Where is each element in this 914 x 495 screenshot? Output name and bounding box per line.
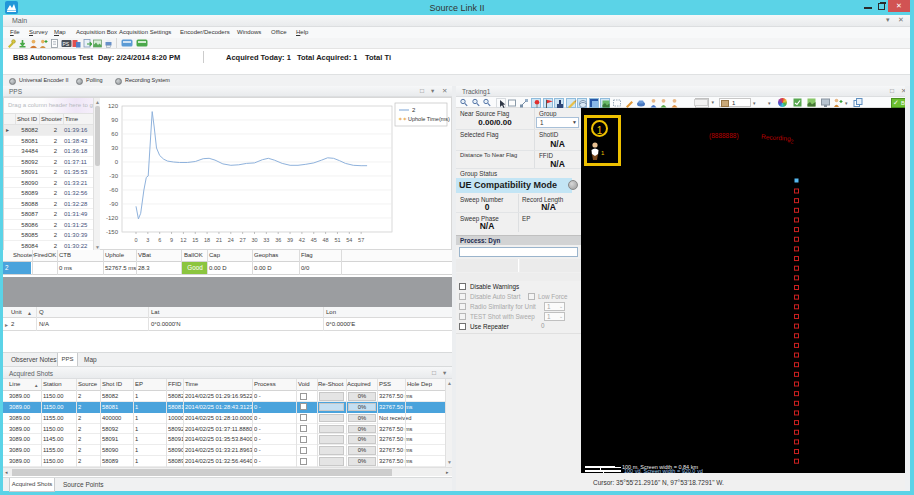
svg-text:Uphole Time(ms): Uphole Time(ms): [408, 116, 450, 122]
svg-text:18: 18: [204, 237, 210, 243]
svg-text:0: 0: [115, 159, 119, 165]
svg-text:33: 33: [263, 237, 269, 243]
svg-text:-30: -30: [109, 173, 118, 179]
svg-text:-150: -150: [106, 229, 119, 235]
svg-text:24: 24: [228, 237, 234, 243]
svg-text:45: 45: [311, 237, 317, 243]
svg-text:51: 51: [334, 237, 340, 243]
svg-text:0: 0: [134, 237, 137, 243]
svg-text:42: 42: [299, 237, 305, 243]
svg-text:-120: -120: [106, 215, 119, 221]
svg-text:3: 3: [146, 237, 149, 243]
svg-text:60: 60: [111, 131, 118, 137]
svg-text:57: 57: [358, 237, 364, 243]
svg-text:PS: PS: [63, 40, 70, 46]
svg-text:9: 9: [170, 237, 173, 243]
svg-text:30: 30: [111, 145, 118, 151]
svg-text:-90: -90: [109, 201, 118, 207]
svg-text:30: 30: [251, 237, 257, 243]
svg-text:-60: -60: [109, 187, 118, 193]
svg-text:39: 39: [287, 237, 293, 243]
svg-text:✶✶: ✶✶: [398, 116, 408, 122]
svg-text:27: 27: [240, 237, 246, 243]
svg-text:54: 54: [346, 237, 352, 243]
svg-text:90: 90: [111, 117, 118, 123]
svg-text:6: 6: [158, 237, 161, 243]
svg-text:36: 36: [275, 237, 281, 243]
svg-text:15: 15: [192, 237, 198, 243]
svg-text:120: 120: [108, 103, 119, 109]
svg-text:21: 21: [216, 237, 222, 243]
svg-text:12: 12: [180, 237, 186, 243]
svg-text:48: 48: [323, 237, 329, 243]
